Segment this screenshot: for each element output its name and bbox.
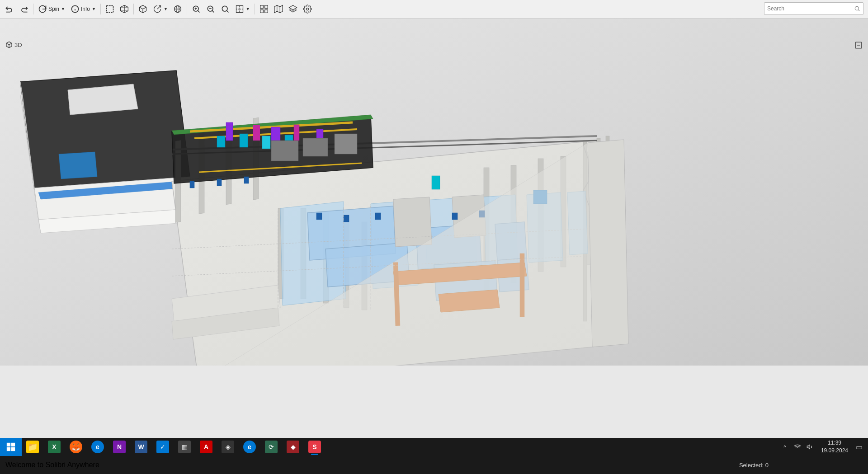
tray-show-hidden[interactable]: ^ bbox=[779, 438, 790, 456]
svg-rect-107 bbox=[244, 177, 249, 183]
section-caret: ▼ bbox=[246, 7, 250, 11]
view-3d-button[interactable] bbox=[136, 2, 150, 16]
svg-marker-44 bbox=[59, 152, 97, 179]
svg-rect-111 bbox=[452, 213, 458, 220]
taskbar-excel[interactable]: X bbox=[43, 438, 65, 456]
network-icon[interactable] bbox=[792, 438, 803, 456]
svg-marker-128 bbox=[807, 445, 810, 449]
taskbar-clock[interactable]: 11:39 19.09.2024 bbox=[817, 439, 852, 455]
3d-viewport[interactable]: 3D bbox=[0, 19, 868, 366]
taskbar-acrobat[interactable]: A bbox=[195, 438, 217, 456]
taskbar-app3[interactable]: ⟳ bbox=[260, 438, 282, 456]
svg-point-20 bbox=[222, 6, 227, 11]
svg-rect-104 bbox=[335, 134, 357, 154]
notification-icon[interactable]: ▭ bbox=[854, 438, 864, 456]
info-caret: ▼ bbox=[92, 7, 96, 11]
welcome-text: Welcome to Solibri Anywhere bbox=[5, 461, 99, 469]
svg-line-18 bbox=[212, 10, 214, 12]
taskbar-tasks[interactable]: ✓ bbox=[152, 438, 174, 456]
svg-line-35 bbox=[858, 9, 859, 11]
svg-rect-27 bbox=[260, 10, 263, 13]
windows-logo-icon bbox=[6, 442, 16, 452]
zoom-in-button[interactable] bbox=[189, 2, 203, 16]
active-indicator bbox=[311, 454, 318, 455]
taskbar-firefox[interactable]: 🦊 bbox=[65, 438, 87, 456]
svg-rect-125 bbox=[11, 443, 15, 446]
svg-rect-103 bbox=[303, 138, 328, 156]
box-select-button[interactable] bbox=[103, 2, 117, 16]
undo-button[interactable] bbox=[3, 2, 16, 16]
search-input[interactable] bbox=[767, 5, 854, 12]
taskbar-solibri[interactable]: S bbox=[304, 438, 326, 456]
divider-1 bbox=[33, 4, 33, 14]
rotate-view-button[interactable]: ▼ bbox=[151, 2, 170, 16]
divider-4 bbox=[187, 4, 187, 14]
info-button[interactable]: Info ▼ bbox=[68, 2, 98, 16]
spin-caret: ▼ bbox=[61, 7, 65, 11]
clock-date: 19.09.2024 bbox=[821, 447, 848, 455]
svg-rect-127 bbox=[11, 447, 15, 451]
divider-5 bbox=[255, 4, 255, 14]
taskbar-edge[interactable]: e bbox=[87, 438, 108, 456]
svg-rect-99 bbox=[240, 134, 248, 147]
svg-line-14 bbox=[198, 10, 199, 12]
info-label: Info bbox=[81, 6, 90, 12]
detached-building bbox=[20, 70, 197, 233]
taskbar-app2[interactable]: ◈ bbox=[217, 438, 239, 456]
spin-button[interactable]: Spin ▼ bbox=[36, 2, 67, 16]
svg-rect-95 bbox=[271, 127, 280, 141]
divider-3 bbox=[133, 4, 134, 14]
map-button[interactable] bbox=[272, 2, 285, 16]
svg-marker-122 bbox=[588, 140, 628, 347]
svg-rect-106 bbox=[217, 179, 222, 186]
svg-rect-105 bbox=[190, 181, 194, 188]
svg-rect-126 bbox=[7, 447, 10, 451]
zoom-out-button[interactable] bbox=[204, 2, 217, 16]
volume-icon[interactable] bbox=[805, 438, 816, 456]
svg-rect-28 bbox=[264, 10, 268, 13]
svg-rect-4 bbox=[106, 6, 113, 13]
taskbar-file-explorer[interactable]: 📁 bbox=[22, 438, 43, 456]
selected-count: Selected: 0 bbox=[739, 462, 769, 469]
viewport-mode-label: 3D bbox=[5, 41, 22, 48]
svg-rect-109 bbox=[344, 215, 349, 222]
search-icon bbox=[854, 5, 860, 12]
svg-marker-29 bbox=[274, 5, 283, 13]
svg-rect-93 bbox=[226, 122, 233, 141]
search-box bbox=[764, 2, 863, 15]
svg-rect-96 bbox=[294, 125, 299, 141]
taskbar-onenote[interactable]: N bbox=[108, 438, 130, 456]
svg-rect-108 bbox=[316, 213, 322, 220]
clock-time: 11:39 bbox=[828, 439, 841, 447]
windows-taskbar: 📁 X 🦊 e N W ✓ ▦ A ◈ e ⟳ ◆ bbox=[0, 438, 868, 456]
taskbar-app1[interactable]: ▦ bbox=[174, 438, 195, 456]
svg-rect-94 bbox=[253, 125, 260, 141]
svg-rect-26 bbox=[264, 5, 268, 9]
settings-button[interactable] bbox=[301, 2, 314, 16]
zoom-fit-button[interactable] bbox=[218, 2, 232, 16]
minimize-viewport-button[interactable] bbox=[854, 41, 863, 51]
svg-rect-110 bbox=[375, 213, 381, 220]
svg-marker-86 bbox=[393, 197, 432, 247]
redo-button[interactable] bbox=[17, 2, 31, 16]
svg-rect-100 bbox=[262, 136, 270, 149]
viewport-label-text: 3D bbox=[14, 42, 22, 48]
svg-rect-102 bbox=[271, 141, 298, 161]
layers-button[interactable] bbox=[286, 2, 300, 16]
grid-button[interactable] bbox=[257, 2, 271, 16]
ortho-button[interactable] bbox=[171, 2, 184, 16]
svg-line-21 bbox=[226, 10, 228, 12]
svg-rect-124 bbox=[7, 443, 10, 446]
spin-label: Spin bbox=[48, 6, 59, 12]
section-button[interactable]: ▼ bbox=[233, 2, 252, 16]
taskbar-edge2[interactable]: e bbox=[239, 438, 260, 456]
svg-line-9 bbox=[157, 6, 161, 9]
taskbar-app4[interactable]: ◆ bbox=[282, 438, 304, 456]
rotate-caret: ▼ bbox=[164, 7, 168, 11]
components-button[interactable] bbox=[118, 2, 131, 16]
svg-rect-113 bbox=[432, 176, 440, 189]
svg-rect-98 bbox=[217, 136, 225, 147]
taskbar-word[interactable]: W bbox=[130, 438, 152, 456]
svg-point-33 bbox=[306, 8, 308, 10]
start-button[interactable] bbox=[0, 438, 22, 456]
